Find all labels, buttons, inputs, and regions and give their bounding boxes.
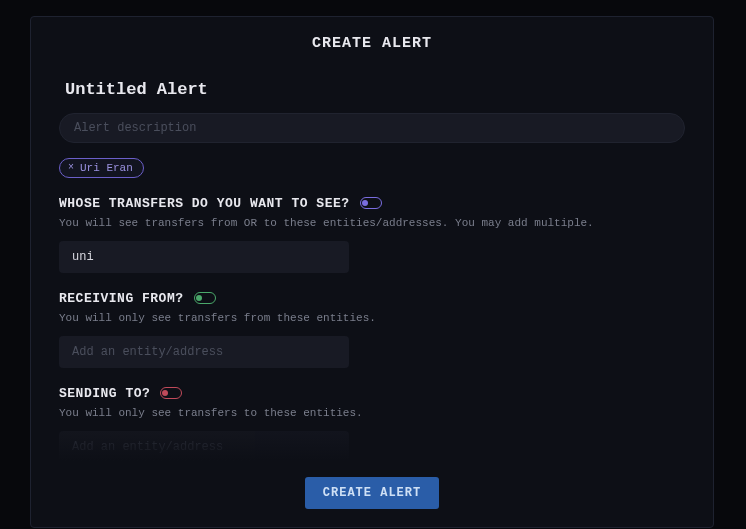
chip-label: Uri Eran [80, 162, 133, 174]
modal-body: Untitled Alert × Uri Eran WHOSE TRANSFER… [31, 60, 713, 461]
toggle-whose[interactable] [360, 197, 382, 209]
chip-row: × Uri Eran [59, 143, 685, 190]
modal-title: CREATE ALERT [31, 17, 713, 60]
alert-title[interactable]: Untitled Alert [59, 68, 685, 113]
whose-entity-input[interactable] [59, 241, 349, 273]
section-heading: SENDING TO? [59, 386, 150, 401]
close-icon[interactable]: × [68, 162, 74, 173]
section-heading: WHOSE TRANSFERS DO YOU WANT TO SEE? [59, 196, 350, 211]
create-alert-modal: CREATE ALERT Untitled Alert × Uri Eran W… [30, 16, 714, 528]
section-description: You will see transfers from OR to these … [59, 217, 685, 229]
section-whose-transfers: WHOSE TRANSFERS DO YOU WANT TO SEE? You … [59, 196, 685, 273]
section-heading: RECEIVING FROM? [59, 291, 184, 306]
create-alert-button[interactable]: CREATE ALERT [305, 477, 439, 509]
section-description: You will only see transfers from these e… [59, 312, 685, 324]
to-entity-input[interactable] [59, 431, 349, 462]
section-receiving-from: RECEIVING FROM? You will only see transf… [59, 291, 685, 368]
section-description: You will only see transfers to these ent… [59, 407, 685, 419]
modal-footer: CREATE ALERT [31, 461, 713, 527]
toggle-to[interactable] [160, 387, 182, 399]
entity-chip[interactable]: × Uri Eran [59, 158, 144, 178]
toggle-from[interactable] [194, 292, 216, 304]
section-sending-to: SENDING TO? You will only see transfers … [59, 386, 685, 462]
from-entity-input[interactable] [59, 336, 349, 368]
alert-description-input[interactable] [59, 113, 685, 143]
